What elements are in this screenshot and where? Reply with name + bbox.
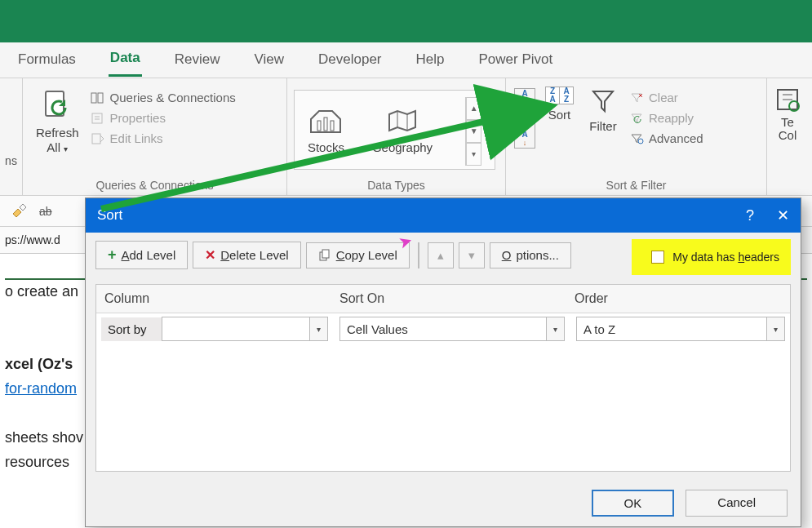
svg-rect-3 — [92, 113, 102, 123]
sort-grid: Column Sort On Order Sort by ▾ Cell Valu… — [95, 284, 791, 472]
sort-asc-button[interactable]: AZ ↓ — [514, 88, 535, 116]
chevron-down-icon: ▾ — [468, 248, 475, 263]
advanced-label: Advanced — [649, 131, 703, 145]
sorton-combo[interactable]: Cell Values ▾ — [339, 317, 565, 341]
queries-connections-label: Queries & Connections — [110, 91, 236, 104]
options-button[interactable]: Options... — [490, 242, 571, 268]
strikethrough-icon[interactable]: ab — [39, 205, 52, 218]
format-painter-icon[interactable] — [10, 202, 28, 220]
group-queries-label: Queries & Connections — [31, 175, 278, 193]
edit-links-icon — [91, 132, 105, 145]
clear-icon — [629, 92, 644, 104]
svg-rect-20 — [322, 250, 329, 258]
order-value: A to Z — [583, 322, 615, 336]
sort-desc-button[interactable]: ZA ↓ — [514, 121, 535, 149]
gallery-down-button[interactable]: ▼ — [466, 120, 481, 143]
dialog-titlebar[interactable]: Sort ? ✕ — [86, 198, 801, 233]
sort-label: Sort — [548, 108, 571, 122]
order-combo[interactable]: A to Z ▾ — [576, 317, 785, 341]
col-header-sorton: Sort On — [331, 285, 566, 313]
filter-label: Filter — [589, 119, 616, 133]
advanced-icon — [629, 133, 644, 144]
ok-button[interactable]: OK — [592, 490, 675, 517]
stocks-item[interactable]: Stocks — [308, 108, 344, 154]
svg-rect-9 — [331, 121, 334, 131]
tab-formulas[interactable]: Formulas — [16, 45, 78, 76]
chevron-up-icon: ▴ — [437, 248, 444, 263]
reapply-label: Reapply — [649, 111, 694, 125]
reapply-button[interactable]: Reapply — [626, 109, 707, 127]
refresh-icon — [39, 87, 75, 122]
advanced-button[interactable]: Advanced — [626, 129, 707, 148]
tab-developer[interactable]: Developer — [317, 45, 384, 76]
properties-button[interactable]: Properties — [87, 109, 239, 127]
cell-link[interactable]: for-random — [5, 380, 77, 397]
queries-connections-button[interactable]: Queries & Connections — [87, 88, 239, 107]
sort-button[interactable]: ZA AZ Sort — [540, 83, 579, 125]
dropdown-caret-icon: ▾ — [64, 144, 68, 153]
tab-powerpivot[interactable]: Power Pivot — [477, 45, 554, 76]
edit-links-button[interactable]: Edit Links — [87, 129, 239, 148]
help-icon[interactable]: ? — [746, 207, 754, 224]
svg-rect-1 — [91, 93, 96, 103]
cell-text-4: resources — [5, 454, 69, 471]
svg-rect-2 — [98, 93, 103, 103]
text-to-columns-button[interactable]: Te Col — [770, 83, 805, 145]
separator — [418, 242, 419, 268]
stocks-icon — [308, 108, 344, 135]
refresh-all-label2: All — [47, 140, 60, 154]
sort-dialog: Sort ? ✕ + Add Level ✕ Delete Level Copy… — [85, 197, 801, 527]
filter-button[interactable]: Filter — [583, 83, 623, 136]
headers-checkbox[interactable] — [651, 251, 664, 264]
svg-rect-7 — [317, 121, 321, 131]
app-titlebar — [0, 0, 812, 42]
clear-label: Clear — [649, 91, 678, 104]
gallery-up-button[interactable]: ▲ — [466, 97, 481, 120]
queries-icon — [91, 91, 105, 104]
chevron-down-icon: ▾ — [309, 317, 327, 340]
col-header-column: Column — [96, 285, 331, 313]
copy-icon — [318, 249, 331, 262]
cancel-button[interactable]: Cancel — [686, 490, 788, 517]
chevron-down-icon: ▾ — [766, 317, 784, 340]
add-level-button[interactable]: + Add Level — [95, 241, 188, 269]
refresh-all-label1: Refresh — [36, 126, 79, 140]
ribbon-tabs: Formulas Data Review View Developer Help… — [0, 42, 812, 78]
ribbon: ns Refresh All ▾ — [0, 78, 812, 196]
dialog-title: Sort — [97, 207, 122, 224]
edit-links-label: Edit Links — [110, 131, 163, 145]
tab-review[interactable]: Review — [173, 45, 222, 76]
funnel-icon — [588, 87, 618, 116]
reapply-icon — [629, 113, 644, 124]
sortby-label: Sort by — [101, 317, 162, 341]
sort-icon: ZA AZ — [545, 87, 574, 104]
tab-view[interactable]: View — [252, 45, 286, 76]
stocks-label: Stocks — [308, 140, 344, 154]
ribbon-group-sortfilter: AZ ↓ ZA ↓ ZA AZ Sort — [506, 78, 767, 195]
geography-icon — [384, 108, 420, 135]
cell-text-2a: xcel (Oz's — [5, 356, 73, 372]
ribbon-group-queries: Refresh All ▾ Queries & Connections Prop… — [23, 78, 287, 195]
svg-rect-6 — [92, 134, 100, 144]
headers-label: My data has headers — [672, 251, 779, 264]
delete-level-button[interactable]: ✕ Delete Level — [193, 242, 300, 268]
datatypes-gallery[interactable]: Stocks Geography ▲ ▼ ▾ — [294, 90, 495, 170]
close-icon[interactable]: ✕ — [777, 206, 789, 224]
ribbon-group-datatypes: Stocks Geography ▲ ▼ ▾ Data Types — [287, 78, 506, 195]
tab-data[interactable]: Data — [109, 43, 142, 77]
copy-level-button[interactable]: Copy Level — [306, 242, 410, 268]
sortby-combo[interactable]: ▾ — [162, 317, 328, 341]
clear-button[interactable]: Clear — [626, 88, 707, 107]
headers-highlight: My data has headers — [632, 239, 791, 275]
geography-label: Geography — [372, 140, 433, 154]
tab-help[interactable]: Help — [415, 45, 446, 76]
refresh-all-button[interactable]: Refresh All ▾ — [31, 83, 84, 160]
x-icon: ✕ — [205, 247, 215, 263]
gallery-more-button[interactable]: ▾ — [466, 143, 481, 166]
move-up-button[interactable]: ▴ — [428, 242, 454, 268]
move-down-button[interactable]: ▾ — [459, 242, 485, 268]
text-to-columns-icon — [774, 87, 801, 113]
group-datatypes-label: Data Types — [295, 175, 497, 193]
geography-item[interactable]: Geography — [372, 108, 433, 154]
sorton-value: Cell Values — [347, 322, 408, 336]
